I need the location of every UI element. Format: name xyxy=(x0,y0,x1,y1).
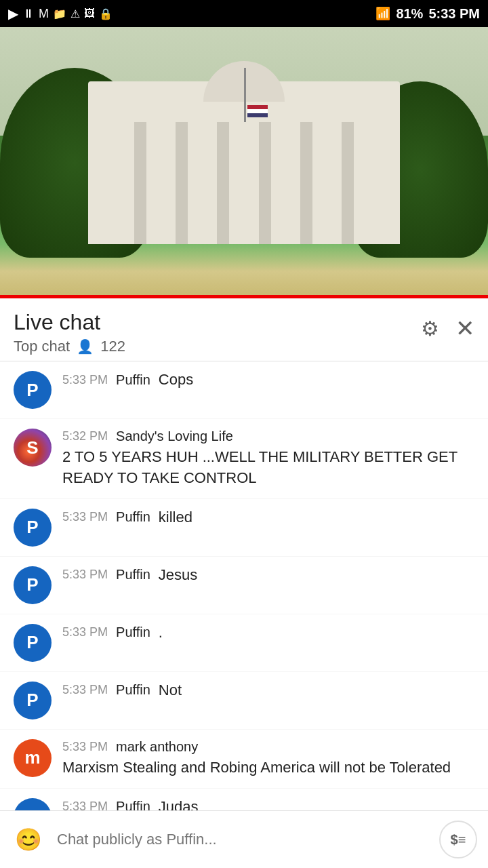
app-icon-5: 🖼 xyxy=(84,7,95,20)
column-1 xyxy=(134,122,146,244)
avatar: m xyxy=(14,739,52,777)
live-chat-subtitle: Top chat 👤 122 xyxy=(14,338,125,355)
column-3 xyxy=(217,122,229,244)
status-info: 📶 81% 5:33 PM xyxy=(375,6,480,22)
message-meta: 5:33 PM Puffin Not xyxy=(62,682,474,699)
video-player[interactable] xyxy=(0,27,488,298)
live-chat-header: Live chat Top chat 👤 122 ⚙ ✕ xyxy=(0,298,488,361)
message-time: 5:33 PM xyxy=(62,373,108,387)
chat-message-row: S 5:32 PM Sandy's Loving Life 2 TO 5 YEA… xyxy=(0,419,488,499)
avatar: S xyxy=(14,429,52,467)
column-4 xyxy=(259,122,271,244)
status-bar: ▶ ⏸ M 📁 ⚠ 🖼 🔒 📶 81% 5:33 PM xyxy=(0,0,488,27)
column-6 xyxy=(342,122,354,244)
time-display: 5:33 PM xyxy=(428,6,480,22)
emoji-button[interactable]: 😊 xyxy=(11,822,46,857)
message-meta: 5:32 PM Sandy's Loving Life xyxy=(62,429,474,444)
message-author: Puffin xyxy=(116,682,150,698)
message-time: 5:33 PM xyxy=(62,625,108,639)
message-author: Puffin xyxy=(116,625,150,640)
video-columns xyxy=(119,122,369,244)
header-actions: ⚙ ✕ xyxy=(421,309,474,342)
chat-message-row: m 5:33 PM mark anthony Marxism Stealing … xyxy=(0,730,488,789)
progress-bar xyxy=(0,295,488,298)
status-icons: ▶ ⏸ M 📁 ⚠ 🖼 🔒 xyxy=(8,5,113,22)
app-icon-2: M xyxy=(39,7,49,21)
chat-message-row: P 5:33 PM Puffin Jesus xyxy=(0,557,488,614)
app-icon-6: 🔒 xyxy=(99,7,113,20)
viewer-count: 122 xyxy=(100,338,125,355)
app-icon-3: 📁 xyxy=(53,7,66,20)
message-text: Cops xyxy=(159,371,193,389)
avatar: P xyxy=(14,682,52,719)
chat-input-bar: 😊 $≡ xyxy=(0,810,488,868)
message-content: 5:33 PM Puffin Jesus xyxy=(62,566,474,587)
close-icon[interactable]: ✕ xyxy=(455,315,474,342)
message-content: 5:33 PM Puffin Cops xyxy=(62,371,474,391)
message-time: 5:33 PM xyxy=(62,740,108,754)
message-text: 2 TO 5 YEARS HUH ...WELL THE MILITARY BE… xyxy=(62,447,474,489)
message-text: Marxism Stealing and Robing America will… xyxy=(62,757,474,778)
message-content: 5:33 PM Puffin . xyxy=(62,624,474,644)
message-author: mark anthony xyxy=(116,739,198,755)
message-text: Not xyxy=(159,682,182,699)
message-text: killed xyxy=(159,509,192,526)
message-meta: 5:33 PM Puffin killed xyxy=(62,509,474,526)
chat-message-row: P 5:33 PM Puffin Cops xyxy=(0,361,488,419)
super-chat-icon: $≡ xyxy=(451,832,466,848)
message-time: 5:33 PM xyxy=(62,510,108,524)
live-chat-container: Live chat Top chat 👤 122 ⚙ ✕ P 5:33 PM P… xyxy=(0,298,488,868)
live-chat-title-area: Live chat Top chat 👤 122 xyxy=(14,309,125,355)
live-chat-title: Live chat xyxy=(14,309,125,335)
message-content: 5:33 PM Puffin killed xyxy=(62,509,474,529)
super-chat-button[interactable]: $≡ xyxy=(439,821,477,859)
wifi-icon: 📶 xyxy=(375,6,390,21)
message-time: 5:33 PM xyxy=(62,683,108,697)
message-meta: 5:33 PM Puffin . xyxy=(62,624,474,642)
message-author: Sandy's Loving Life xyxy=(116,429,233,444)
message-meta: 5:33 PM Puffin Cops xyxy=(62,371,474,389)
avatar: P xyxy=(14,371,52,409)
avatar: P xyxy=(14,509,52,547)
message-author: Puffin xyxy=(116,509,150,525)
filter-icon[interactable]: ⚙ xyxy=(421,317,439,340)
message-content: 5:33 PM Puffin Not xyxy=(62,682,474,702)
battery-text: 81% xyxy=(396,6,423,22)
app-icon-4: ⚠ xyxy=(70,7,80,20)
column-2 xyxy=(176,122,188,244)
message-meta: 5:33 PM Puffin Jesus xyxy=(62,566,474,584)
flag xyxy=(247,105,268,117)
chat-message-row: P 5:33 PM Puffin Not xyxy=(0,672,488,730)
message-author: Puffin xyxy=(116,372,150,388)
app-icon-1: ⏸ xyxy=(22,7,35,21)
flag-pole xyxy=(244,68,246,122)
chat-messages: P 5:33 PM Puffin Cops S 5:32 PM Sandy's … xyxy=(0,361,488,846)
message-text: . xyxy=(159,624,163,642)
play-icon: ▶ xyxy=(8,5,18,22)
avatar: P xyxy=(14,624,52,662)
message-time: 5:33 PM xyxy=(62,568,108,582)
message-author: Puffin xyxy=(116,567,150,583)
message-text: Jesus xyxy=(159,566,197,584)
chat-input[interactable] xyxy=(57,831,428,848)
chat-message-row: P 5:33 PM Puffin killed xyxy=(0,499,488,557)
top-chat-label[interactable]: Top chat xyxy=(14,338,70,355)
chat-message-row: P 5:33 PM Puffin . xyxy=(0,614,488,672)
message-content: 5:32 PM Sandy's Loving Life 2 TO 5 YEARS… xyxy=(62,429,474,489)
message-meta: 5:33 PM mark anthony xyxy=(62,739,474,755)
message-time: 5:32 PM xyxy=(62,429,108,443)
viewer-icon: 👤 xyxy=(77,338,94,355)
message-content: 5:33 PM mark anthony Marxism Stealing an… xyxy=(62,739,474,778)
avatar: P xyxy=(14,566,52,604)
column-5 xyxy=(300,122,312,244)
